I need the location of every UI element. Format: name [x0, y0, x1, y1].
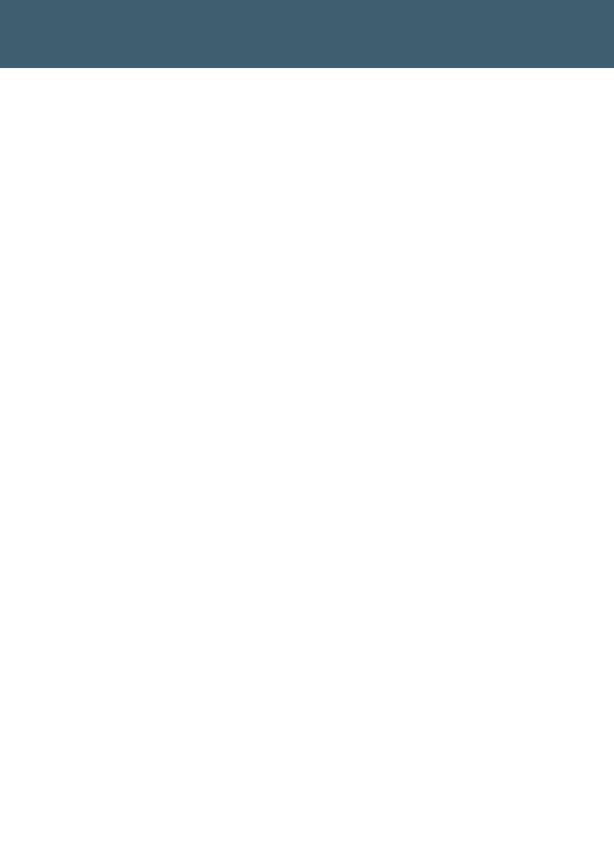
page-banner [0, 0, 614, 68]
